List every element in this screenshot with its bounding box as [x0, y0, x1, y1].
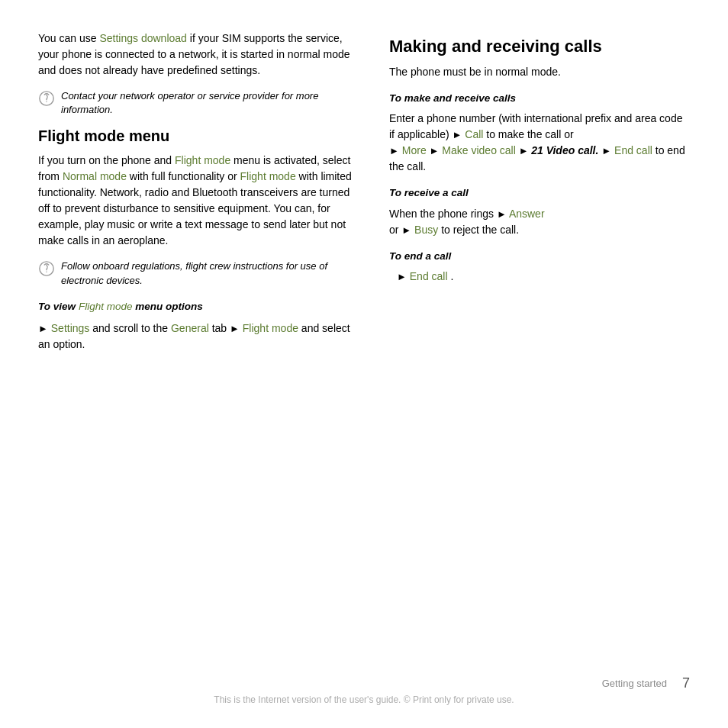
tip1-text: Contact your network operator or service…: [61, 89, 359, 117]
make-calls-heading: To make and receive calls: [389, 91, 690, 106]
intro-text: You can use Settings download if your SI…: [38, 31, 359, 79]
end-call-para: ► End call .: [397, 269, 690, 285]
end-call1-label: End call: [614, 144, 652, 156]
tip1-block: Contact your network operator or service…: [38, 89, 359, 117]
video-ref: 21 Video call.: [531, 144, 598, 156]
tip2-text: Follow onboard regulations, flight crew …: [61, 259, 359, 287]
right-column: Making and receiving calls The phone mus…: [389, 31, 690, 668]
general-label: General: [171, 322, 209, 334]
arrow-call: ►: [453, 129, 462, 140]
arrow-busy: ►: [401, 224, 411, 236]
settings-label: Settings: [51, 322, 90, 334]
scroll-text: and scroll to the: [92, 322, 171, 334]
view-sub-para: ► Settings and scroll to the General tab…: [38, 321, 359, 353]
flight-mode-heading: Flight mode menu: [38, 127, 359, 145]
arrow-end-call2: ►: [397, 271, 407, 282]
arrow-end-call1: ►: [601, 145, 611, 156]
settings-download-link: Settings download: [99, 32, 186, 44]
arrow-flight-mode: ►: [230, 323, 240, 334]
arrow-make-video: ►: [430, 145, 440, 156]
svg-point-1: [46, 101, 47, 101]
to-view-label: To view: [38, 301, 76, 312]
answer-label: Answer: [509, 208, 545, 220]
or-text: or: [389, 224, 401, 236]
tip2-block: Follow onboard regulations, flight crew …: [38, 259, 359, 287]
make-calls-para: Enter a phone number (with international…: [389, 111, 690, 175]
receive-call-block: When the phone rings ► Answer or ► Busy …: [389, 206, 690, 238]
svg-point-3: [46, 272, 47, 272]
page: You can use Settings download if your SI…: [0, 0, 728, 728]
receive-call-para: When the phone rings ► Answer or ► Busy …: [389, 206, 690, 238]
page-footer: Getting started 7 This is the Internet v…: [38, 668, 690, 705]
flight-mode-ref2: Flight mode: [240, 170, 296, 182]
footer-copyright: This is the Internet version of the user…: [214, 694, 514, 705]
left-column: You can use Settings download if your SI…: [38, 31, 359, 668]
arrow-more: ►: [389, 145, 399, 156]
main-heading: Making and receiving calls: [389, 37, 690, 56]
intro-block: You can use Settings download if your SI…: [38, 31, 359, 79]
receive-text2: to reject the call.: [441, 224, 519, 236]
call-label: Call: [465, 128, 483, 140]
end-call-heading: To end a call: [389, 249, 690, 264]
flight-mode-inline: Flight mode: [79, 301, 133, 312]
footer-page-info: Getting started 7: [38, 675, 690, 691]
tip-icon-2: [38, 260, 55, 277]
receive-text1: When the phone rings: [389, 208, 497, 220]
make-text2: to make the call or: [486, 128, 573, 140]
view-block: To view Flight mode menu options ► Setti…: [38, 298, 359, 353]
end-call-block: ► End call .: [389, 269, 690, 285]
normal-mode-ref: Normal mode: [63, 170, 127, 182]
section-label: Getting started: [602, 678, 667, 689]
arrow-answer: ►: [497, 208, 507, 220]
phone-mode-text: The phone must be in normal mode.: [389, 64, 690, 80]
flight-para: If you turn on the phone and Flight mode…: [38, 153, 359, 249]
arrow-solid: ►: [519, 145, 531, 156]
tip-icon-1: [38, 90, 55, 107]
menu-options-label: menu options: [135, 301, 203, 312]
end-period: .: [450, 270, 453, 282]
flight-mode-ref1: Flight mode: [175, 154, 230, 166]
arrow-settings: ►: [38, 323, 48, 334]
flight-mode-label: Flight mode: [243, 322, 298, 334]
tab-text: tab: [212, 322, 230, 334]
receive-call-heading: To receive a call: [389, 185, 690, 201]
view-para: To view Flight mode menu options: [38, 298, 359, 314]
end-call2-label: End call: [410, 270, 448, 282]
busy-label: Busy: [414, 224, 438, 236]
make-video-label: Make video call: [442, 144, 516, 156]
two-column-layout: You can use Settings download if your SI…: [38, 31, 690, 668]
page-number: 7: [682, 675, 690, 691]
make-calls-block: Enter a phone number (with international…: [389, 111, 690, 175]
flight-mode-text: If you turn on the phone and Flight mode…: [38, 153, 359, 249]
more-label: More: [402, 144, 427, 156]
